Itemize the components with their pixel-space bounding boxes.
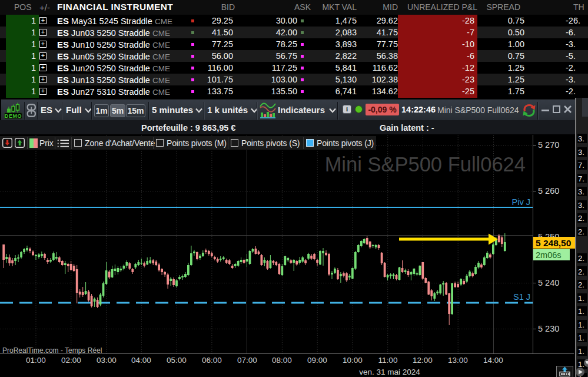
- svg-text:03:00: 03:00: [97, 356, 117, 365]
- svg-text:08:00: 08:00: [272, 356, 292, 365]
- svg-text:13:00: 13:00: [448, 356, 468, 365]
- svg-text:07:00: 07:00: [237, 356, 257, 365]
- svg-text:Mini S&P500 Full0624: Mini S&P500 Full0624: [325, 153, 526, 176]
- svg-text:04:00: 04:00: [131, 356, 151, 365]
- svg-text:S1 J: S1 J: [513, 292, 530, 302]
- svg-text:Piv J: Piv J: [512, 197, 530, 207]
- svg-text:5 248,50: 5 248,50: [536, 238, 571, 248]
- svg-text:5 260: 5 260: [538, 186, 559, 196]
- svg-text:14:00: 14:00: [483, 356, 503, 365]
- svg-text:2m06s: 2m06s: [536, 250, 562, 260]
- svg-text:11:00: 11:00: [378, 356, 398, 365]
- svg-text:01:00: 01:00: [26, 356, 46, 365]
- svg-text:05:00: 05:00: [167, 356, 187, 365]
- svg-text:ven. 31 mai 2024: ven. 31 mai 2024: [359, 368, 420, 376]
- svg-text:5 270: 5 270: [538, 140, 559, 150]
- svg-text:ProRealTime.com - Temps Réel: ProRealTime.com - Temps Réel: [2, 346, 102, 355]
- svg-text:09:00: 09:00: [307, 356, 327, 365]
- svg-text:5 230: 5 230: [538, 324, 559, 333]
- svg-text:5 240: 5 240: [538, 278, 559, 287]
- svg-text:10:00: 10:00: [343, 356, 363, 365]
- svg-text:12:00: 12:00: [413, 356, 433, 365]
- svg-text:02:00: 02:00: [61, 356, 81, 365]
- svg-text:06:00: 06:00: [202, 356, 222, 365]
